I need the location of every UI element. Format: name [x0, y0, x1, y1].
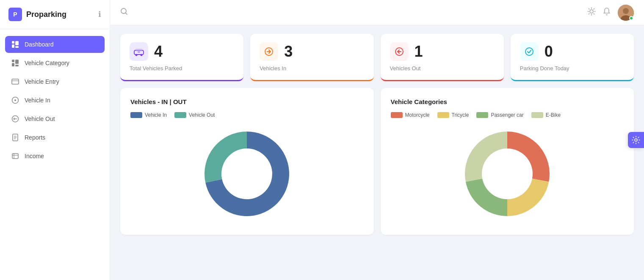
legend-vehicle-out-label: Vehicle Out	[189, 112, 215, 118]
stat-vehicles-in: 3 Vehicles In	[250, 34, 373, 81]
stat-vehicles-in-icon	[260, 42, 278, 61]
svg-point-46	[525, 48, 533, 55]
sidebar-item-vehicle-in-label: Vehicle In	[25, 97, 50, 104]
svg-rect-41	[138, 51, 140, 53]
stat-vehicles-out-icon	[390, 42, 409, 61]
sidebar-item-vehicle-category[interactable]: Vehicle Category	[5, 55, 105, 71]
app-name: Proparking	[26, 10, 66, 19]
chart-vehicle-categories: Vehicle Categories Motorcycle Tricycle P…	[381, 88, 634, 235]
legend-passenger-car: Passenger car	[476, 112, 523, 118]
vehicle-entry-icon	[11, 77, 19, 86]
legend-motorcycle-dot	[391, 112, 403, 118]
svg-rect-20	[12, 154, 18, 159]
stat-parking-done-label: Parking Done Today	[520, 65, 625, 71]
sidebar-item-reports[interactable]: Reports	[5, 129, 105, 146]
legend-passenger-car-label: Passenger car	[491, 112, 523, 118]
dashboard-icon	[11, 40, 19, 49]
sidebar: P Proparking ℹ Dashboard	[0, 0, 110, 280]
legend-ebike: E-Bike	[531, 112, 561, 118]
stat-parking-done-icon	[520, 42, 539, 61]
svg-rect-8	[12, 79, 19, 84]
svg-line-24	[126, 13, 127, 15]
legend-passenger-car-dot	[476, 112, 488, 118]
chart-vehicles-inout: Vehicles - IN | OUT Vehicle In Vehicle O…	[120, 88, 374, 235]
stat-total-number: 4	[154, 43, 163, 60]
chart-categories-title: Vehicle Categories	[391, 98, 624, 105]
sidebar-item-vehicle-out-label: Vehicle Out	[25, 115, 55, 122]
stat-total-icon	[130, 42, 148, 61]
legend-motorcycle-label: Motorcycle	[405, 112, 430, 118]
sidebar-item-vehicle-entry[interactable]: Vehicle Entry	[5, 73, 105, 90]
logo-letter: P	[13, 11, 17, 18]
svg-rect-38	[135, 49, 142, 52]
stat-parking-done-number: 0	[544, 43, 553, 60]
stat-vehicles-out-number: 1	[415, 43, 423, 60]
avatar-online-dot	[629, 16, 633, 20]
svg-rect-3	[15, 46, 19, 48]
sidebar-item-reports-label: Reports	[25, 134, 45, 141]
brightness-icon[interactable]	[587, 7, 596, 18]
sidebar-item-vehicle-entry-label: Vehicle Entry	[25, 78, 59, 85]
stat-parking-done-top: 0	[520, 42, 625, 61]
sidebar-item-income[interactable]: Income	[5, 148, 105, 165]
stat-vehicles-out-top: 1	[390, 42, 495, 61]
search-wrapper	[120, 8, 582, 17]
svg-rect-2	[15, 41, 19, 45]
svg-rect-0	[12, 41, 14, 44]
sidebar-item-dashboard-label: Dashboard	[25, 41, 54, 48]
svg-rect-6	[15, 60, 19, 64]
sidebar-item-vehicle-in[interactable]: Vehicle In	[5, 92, 105, 109]
svg-rect-1	[12, 44, 14, 48]
svg-line-31	[594, 14, 594, 14]
svg-rect-7	[15, 65, 19, 66]
stats-row: 4 Total Vehicles Parked 3 Vehicles In	[110, 25, 644, 81]
sidebar-item-vehicle-out[interactable]: Vehicle Out	[5, 110, 105, 127]
donut-inout-wrap	[130, 123, 364, 225]
svg-line-32	[589, 14, 589, 14]
legend-ebike-label: E-Bike	[546, 112, 561, 118]
chart-inout-title: Vehicles - IN | OUT	[130, 98, 364, 105]
charts-row: Vehicles - IN | OUT Vehicle In Vehicle O…	[110, 81, 644, 243]
legend-vehicle-out: Vehicle Out	[174, 112, 215, 118]
vehicle-category-icon	[11, 59, 19, 67]
sidebar-item-dashboard[interactable]: Dashboard	[5, 36, 105, 53]
sidebar-item-vehicle-category-label: Vehicle Category	[25, 60, 69, 66]
sidebar-logo: P Proparking ℹ	[0, 0, 110, 29]
vehicle-out-icon	[11, 115, 19, 123]
svg-line-30	[589, 8, 589, 9]
svg-rect-5	[12, 63, 14, 66]
svg-point-40	[141, 54, 143, 56]
income-icon	[11, 152, 19, 160]
topbar	[110, 0, 644, 25]
svg-point-39	[135, 54, 138, 56]
stat-vehicles-out-label: Vehicles Out	[390, 65, 495, 71]
logo-box: P	[8, 8, 22, 21]
svg-point-25	[590, 10, 593, 13]
legend-tricycle-dot	[437, 112, 449, 118]
donut-categories-wrap	[391, 123, 624, 225]
stat-total-top: 4	[130, 42, 234, 61]
info-icon[interactable]: ℹ	[98, 10, 101, 19]
svg-point-35	[623, 8, 629, 14]
donut-inout-svg	[196, 123, 298, 225]
svg-point-11	[14, 99, 16, 101]
chart-categories-legend: Motorcycle Tricycle Passenger car E-Bike	[391, 112, 624, 118]
user-avatar-wrap[interactable]	[618, 5, 634, 21]
stat-parking-done: 0 Parking Done Today	[511, 34, 634, 81]
legend-vehicle-in-label: Vehicle In	[145, 112, 167, 118]
stat-vehicles-in-label: Vehicles In	[260, 65, 364, 71]
svg-rect-4	[12, 60, 14, 62]
sidebar-nav: Dashboard Vehicle Category Vehicle E	[0, 29, 110, 171]
settings-fab[interactable]	[628, 132, 644, 148]
topbar-actions	[587, 5, 634, 21]
svg-point-47	[222, 149, 271, 198]
svg-line-33	[594, 8, 594, 9]
stat-vehicles-out: 1 Vehicles Out	[381, 34, 504, 81]
stat-vehicles-in-number: 3	[284, 43, 293, 60]
reports-icon	[11, 133, 19, 142]
legend-vehicle-in: Vehicle In	[130, 112, 167, 118]
main-content: 4 Total Vehicles Parked 3 Vehicles In	[110, 0, 644, 280]
vehicle-in-icon	[11, 96, 19, 104]
notification-icon[interactable]	[603, 7, 611, 18]
stat-total-label: Total Vehicles Parked	[130, 65, 234, 71]
